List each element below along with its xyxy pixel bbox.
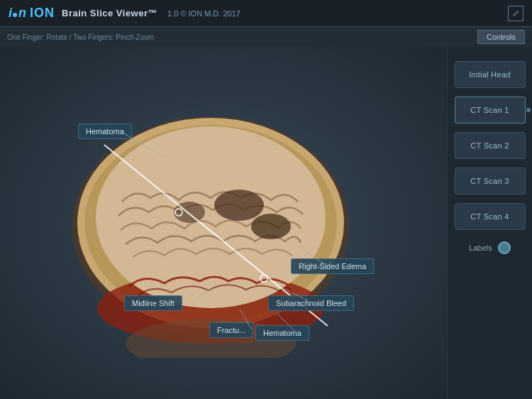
app-header: in ION Brain Slice Viewer™ 1.0 © ION M.D…: [0, 0, 532, 27]
expand-icon: ⤢: [512, 9, 519, 18]
gesture-hint: One Finger: Rotate / Two Fingers: Pinch-…: [7, 33, 154, 41]
labels-toggle[interactable]: [498, 241, 511, 254]
ct-scan-1-button[interactable]: CT Scan 1: [455, 97, 526, 124]
right-panel: Initial Head CT Scan 1 CT Scan 2 CT Scan…: [447, 47, 532, 399]
expand-button[interactable]: ⤢: [508, 6, 523, 21]
ct-scan-2-button[interactable]: CT Scan 2: [455, 132, 526, 159]
labels-toggle-label: Labels: [469, 244, 492, 252]
brain-model: [37, 88, 392, 358]
app-title: Brain Slice Viewer™: [62, 8, 157, 18]
labels-row: Labels: [469, 241, 510, 254]
svg-point-4: [96, 126, 326, 308]
controls-button[interactable]: Controls: [477, 30, 525, 44]
app-logo: in ION: [9, 6, 55, 21]
main-content: Hematoma Right-Sided Edema Midline Shift…: [0, 47, 532, 399]
logo-full: ION: [30, 6, 55, 21]
ct-scan-3-button[interactable]: CT Scan 3: [455, 168, 526, 195]
brain-viewport[interactable]: Hematoma Right-Sided Edema Midline Shift…: [0, 47, 447, 399]
ct-scan-4-button[interactable]: CT Scan 4: [455, 203, 526, 230]
initial-head-button[interactable]: Initial Head: [455, 61, 526, 88]
app-version: 1.0 © ION M.D. 2017: [167, 9, 240, 18]
logo-text: in: [9, 6, 27, 21]
subheader: One Finger: Rotate / Two Fingers: Pinch-…: [0, 27, 532, 47]
svg-point-5: [214, 190, 264, 221]
svg-point-7: [251, 214, 291, 239]
